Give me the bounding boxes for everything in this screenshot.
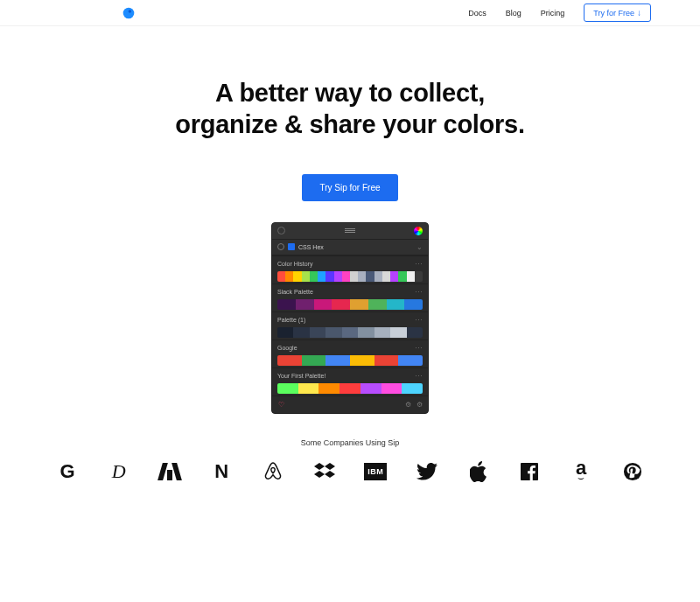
color-swatch[interactable]: [390, 327, 406, 338]
nav-link-blog[interactable]: Blog: [506, 9, 522, 18]
nav-link-docs[interactable]: Docs: [468, 9, 486, 18]
color-swatch[interactable]: [310, 327, 326, 338]
more-icon[interactable]: ⋯: [415, 316, 424, 325]
color-swatch[interactable]: [310, 271, 318, 282]
color-swatch[interactable]: [277, 383, 298, 394]
color-swatch[interactable]: [332, 299, 350, 310]
color-swatch[interactable]: [374, 271, 382, 282]
color-swatch[interactable]: [350, 271, 358, 282]
palette-title: Slack Palette: [277, 289, 313, 295]
color-swatch[interactable]: [277, 271, 285, 282]
logo-ibm: IBM: [360, 459, 390, 484]
svg-point-1: [129, 10, 132, 13]
swatch-row[interactable]: [277, 299, 423, 310]
color-swatch[interactable]: [387, 299, 405, 310]
heart-icon[interactable]: ♡: [277, 401, 284, 408]
palette-section: Google⋯: [272, 340, 428, 368]
hero: A better way to collect, organize & shar…: [0, 26, 700, 414]
color-swatch[interactable]: [326, 355, 350, 366]
color-swatch[interactable]: [382, 271, 390, 282]
color-swatch[interactable]: [302, 355, 326, 366]
color-swatch[interactable]: [382, 383, 402, 394]
color-swatch[interactable]: [293, 327, 309, 338]
format-label: CSS Hex: [298, 244, 324, 250]
color-swatch[interactable]: [398, 271, 406, 282]
history-icon[interactable]: [277, 227, 285, 234]
sip-app-panel: CSS Hex ⌄ Color History⋯Slack Palette⋯Pa…: [271, 222, 429, 414]
color-swatch[interactable]: [366, 271, 374, 282]
panel-footer: ♡ ⚙ ⚙: [272, 396, 428, 413]
chevron-down-icon: ⌄: [416, 243, 423, 251]
palette-title: Google: [277, 345, 298, 351]
color-swatch[interactable]: [407, 271, 415, 282]
color-swatch[interactable]: [404, 299, 423, 310]
color-swatch[interactable]: [302, 271, 310, 282]
color-swatch[interactable]: [342, 271, 350, 282]
hero-title-line2: organize & share your colors.: [175, 110, 524, 138]
color-swatch[interactable]: [277, 327, 293, 338]
color-swatch[interactable]: [342, 327, 358, 338]
swatch-row[interactable]: [277, 383, 423, 394]
cta-button[interactable]: Try Sip for Free: [302, 174, 397, 201]
format-row[interactable]: CSS Hex ⌄: [272, 240, 428, 256]
color-swatch[interactable]: [314, 299, 332, 310]
more-icon[interactable]: ⋯: [415, 288, 424, 297]
color-swatch[interactable]: [318, 271, 326, 282]
more-icon[interactable]: ⋯: [415, 260, 424, 269]
color-swatch[interactable]: [358, 327, 374, 338]
color-swatch[interactable]: [407, 327, 423, 338]
palette-section: Color History⋯: [272, 256, 428, 284]
color-swatch[interactable]: [277, 299, 296, 310]
swatch-row[interactable]: [277, 271, 423, 282]
brand-logo[interactable]: [122, 7, 135, 19]
nav-link-pricing[interactable]: Pricing: [541, 9, 565, 18]
color-swatch[interactable]: [358, 271, 366, 282]
more-icon[interactable]: ⋯: [415, 372, 424, 381]
color-swatch[interactable]: [285, 271, 293, 282]
logo-apple: [464, 459, 494, 484]
color-swatch[interactable]: [318, 383, 340, 394]
color-swatch[interactable]: [398, 355, 423, 366]
swatch-row[interactable]: [277, 327, 423, 338]
panel-title-bar: [272, 223, 428, 240]
logo-twitter: [412, 459, 442, 484]
settings-icon[interactable]: ⚙: [405, 401, 411, 409]
logo-airbnb: [258, 459, 288, 484]
companies-caption: Some Companies Using Sip: [0, 438, 700, 447]
swatch-row[interactable]: [277, 355, 423, 366]
company-logos: G D N IBM a⌣: [0, 447, 700, 484]
color-swatch[interactable]: [326, 271, 333, 282]
color-wheel-icon[interactable]: [414, 227, 423, 235]
color-swatch[interactable]: [402, 383, 423, 394]
download-arrow-icon: ↓: [637, 8, 641, 18]
palette-title: Palette (1): [277, 317, 305, 323]
logo-amazon: a⌣: [566, 459, 596, 484]
color-swatch[interactable]: [374, 327, 390, 338]
color-swatch[interactable]: [296, 299, 314, 310]
more-icon[interactable]: ⋯: [415, 344, 424, 353]
color-swatch[interactable]: [340, 383, 360, 394]
color-swatch[interactable]: [334, 271, 342, 282]
palette-section: Slack Palette⋯: [272, 284, 428, 312]
color-swatch[interactable]: [298, 383, 319, 394]
palette-section: Palette (1)⋯: [272, 312, 428, 340]
color-swatch[interactable]: [293, 271, 301, 282]
color-swatch[interactable]: [350, 355, 374, 366]
color-swatch[interactable]: [368, 299, 387, 310]
color-swatch[interactable]: [277, 355, 302, 366]
color-swatch[interactable]: [415, 271, 423, 282]
color-swatch[interactable]: [350, 299, 368, 310]
gear-icon[interactable]: ⚙: [416, 401, 423, 409]
logo-netflix: N: [206, 459, 236, 484]
palette-title: Color History: [277, 261, 312, 267]
svg-point-0: [123, 7, 135, 18]
color-swatch[interactable]: [390, 271, 398, 282]
try-free-label: Try for Free: [593, 9, 634, 18]
color-swatch[interactable]: [360, 383, 382, 394]
hero-title-line1: A better way to collect,: [215, 79, 485, 107]
logo-adobe: [155, 459, 185, 484]
try-free-button[interactable]: Try for Free ↓: [584, 4, 651, 22]
color-swatch[interactable]: [374, 355, 399, 366]
menu-icon[interactable]: [345, 228, 355, 233]
color-swatch[interactable]: [326, 327, 341, 338]
